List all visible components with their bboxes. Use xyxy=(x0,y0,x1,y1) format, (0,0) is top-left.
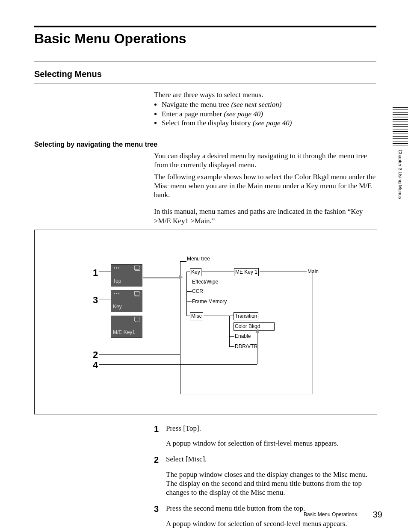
diagram-caption: Menu tree xyxy=(187,256,210,262)
subsection-body: You can display a desired menu by naviga… xyxy=(154,151,376,225)
callout-number-4: 4 xyxy=(93,359,98,371)
bullet-item: Navigate the menu tree (see next section… xyxy=(162,100,376,109)
body-paragraph: The following example shows how to selec… xyxy=(154,172,376,200)
step-number: 3 xyxy=(154,504,166,528)
step-text: Press [Top]. xyxy=(166,424,376,433)
arrow-up-icon xyxy=(255,329,260,333)
menu-title-label: Top xyxy=(113,278,121,284)
tree-node-frame-memory: Frame Memory xyxy=(192,299,227,305)
leader-line xyxy=(99,354,180,355)
tree-line xyxy=(204,316,229,316)
bullet-text: Enter a page number xyxy=(162,110,224,118)
intro-block: There are three ways to select menus. Na… xyxy=(154,90,376,127)
tree-node-ccr: CCR xyxy=(192,288,203,295)
body-paragraph: In this manual, menu names and paths are… xyxy=(154,207,376,225)
body-paragraph: You can display a desired menu by naviga… xyxy=(154,151,376,170)
tree-line xyxy=(260,272,307,272)
bullet-item: Select from the display history (see pag… xyxy=(162,118,376,127)
bullet-item: Enter a page number (see page 40) xyxy=(162,109,376,118)
tree-node-key: Key xyxy=(190,268,201,276)
tree-line xyxy=(202,272,234,272)
menu-title-label: M/E Key1 xyxy=(113,329,135,336)
menu-tree-diagram: Menu tree 1 3 2 4 Top Key M/E Key1 Ke xyxy=(34,230,377,414)
procedure-step: 1 Press [Top]. A popup window for select… xyxy=(154,424,376,448)
tree-node-enable: Enable xyxy=(235,333,251,340)
bullet-text: Navigate the menu tree xyxy=(162,100,231,109)
tree-line xyxy=(180,261,186,262)
tree-line xyxy=(229,316,230,347)
tree-node-misc: Misc xyxy=(190,312,203,320)
step-number: 2 xyxy=(154,455,166,497)
flow-arrow-line xyxy=(143,277,179,278)
tree-line xyxy=(186,282,192,282)
step-number: 1 xyxy=(154,424,166,448)
menu-title-label: Key xyxy=(113,304,122,310)
tree-node-main: Main xyxy=(307,269,319,275)
tree-line xyxy=(313,272,313,394)
window-icon xyxy=(135,292,140,296)
page-content: Basic Menu Operations Selecting Menus Th… xyxy=(34,26,376,528)
window-icon xyxy=(135,266,140,271)
leader-line xyxy=(99,364,257,365)
footer-section-title: Basic Menu Operations xyxy=(304,511,357,518)
callout-number-3: 3 xyxy=(93,294,98,306)
section-underline xyxy=(34,83,376,83)
intro-bullets: Navigate the menu tree (see next section… xyxy=(162,100,376,127)
footer-page-number: 39 xyxy=(373,509,382,520)
tree-line xyxy=(186,291,192,292)
bullet-ref: (see page 40) xyxy=(224,110,263,118)
window-icon xyxy=(135,318,140,322)
title-underline xyxy=(34,62,376,62)
tree-node-effect-wipe: Effect/Wipe xyxy=(192,279,218,285)
thumb-index-hatching xyxy=(393,107,408,145)
tree-node-ddr-vtr: DDR/VTR xyxy=(235,343,257,350)
leader-line xyxy=(99,272,111,272)
menu-title-button-mekey1[interactable]: M/E Key1 xyxy=(111,316,142,338)
breadcrumb-dots-icon xyxy=(114,293,119,294)
section-heading: Selecting Menus xyxy=(34,69,376,80)
step-result: The popup window closes and the display … xyxy=(166,470,376,497)
tree-node-transition: Transition xyxy=(234,312,258,320)
bullet-text: Select from the display history xyxy=(162,119,253,127)
tree-line xyxy=(229,316,234,316)
tree-node-me-key-1: ME Key 1 xyxy=(234,268,259,276)
tree-line xyxy=(186,272,190,272)
tree-line xyxy=(229,326,234,326)
intro-text: There are three ways to select menus. xyxy=(154,90,376,99)
menu-title-button-key[interactable]: Key xyxy=(111,290,142,312)
page-title: Basic Menu Operations xyxy=(34,30,376,47)
tree-line xyxy=(229,336,234,337)
tree-line xyxy=(186,301,192,302)
chapter-side-label: Chapter 3 Using Menus xyxy=(397,150,403,199)
top-rule xyxy=(34,26,376,27)
tree-line xyxy=(186,272,187,316)
bullet-ref: (see next section) xyxy=(231,100,281,109)
tree-line xyxy=(186,316,190,316)
tree-line xyxy=(180,394,313,394)
callout-number-1: 1 xyxy=(93,267,98,279)
tree-line xyxy=(229,346,234,347)
menu-title-button-top[interactable]: Top xyxy=(111,264,142,287)
leader-line xyxy=(99,299,111,299)
step-result: A popup window for selection of first-le… xyxy=(166,439,376,448)
tree-line xyxy=(180,261,180,394)
bullet-ref: (see page 40) xyxy=(253,119,292,127)
flow-arrow-line xyxy=(257,333,258,364)
procedure-step: 2 Select [Misc]. The popup window closes… xyxy=(154,455,376,497)
tree-node-color-bkgd: Color Bkgd xyxy=(234,322,275,331)
subsection-heading: Selecting by navigating the menu tree xyxy=(34,140,376,149)
page-footer: Basic Menu Operations 39 xyxy=(304,508,382,521)
footer-divider xyxy=(365,508,365,521)
breadcrumb-dots-icon xyxy=(114,267,119,269)
step-text: Select [Misc]. xyxy=(166,455,376,464)
arrow-right-icon xyxy=(179,275,183,279)
